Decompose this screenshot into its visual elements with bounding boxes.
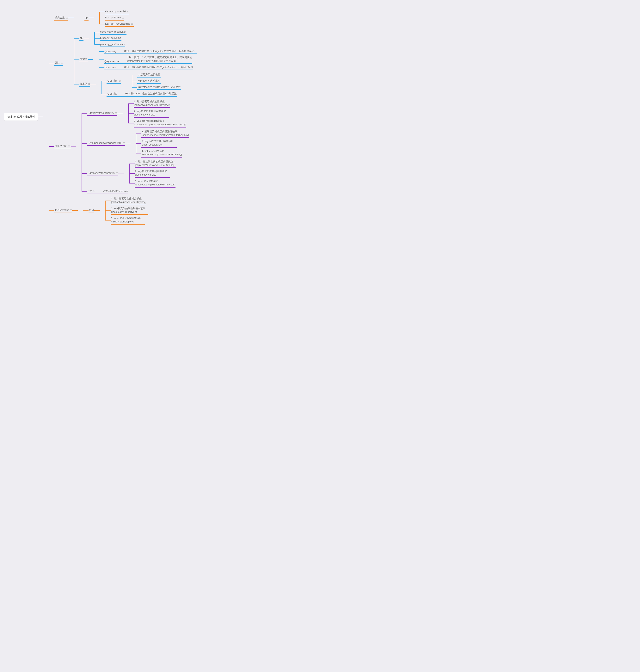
branch-json: JSON转模型 思路 3. 最终是要给实体对象赋值： [self setValu…	[49, 195, 197, 226]
note-icon	[131, 23, 133, 25]
note-icon	[119, 80, 121, 82]
note-icon	[122, 17, 124, 19]
note-icon	[127, 11, 129, 12]
leaf[interactable]: 1. value使用decoder读取： id varValue = [code…	[134, 118, 186, 127]
leaf[interactable]: property_getName	[100, 35, 121, 41]
leaf[interactable]: 3. 最终是要给实体对象赋值： [self setValue:value for…	[111, 196, 146, 205]
leaf[interactable]: 2. key从成员变量列表中读取： class_copyIvarList	[135, 169, 170, 178]
branch-serialize: 快速序列化 – (id)initWithCoder:思路 3. 最终需要给成员变…	[49, 98, 197, 195]
leaf[interactable]: ivar_getName	[105, 15, 125, 20]
note-icon	[66, 17, 68, 19]
leaf[interactable]: class_copyPropertyList	[100, 29, 127, 35]
note-icon	[70, 210, 72, 211]
node-version[interactable]: 版本区别	[79, 81, 90, 87]
branch-property: 属性 api class_copyPropertyList property_g…	[49, 28, 197, 98]
kw-row[interactable]: @dynamic作用：告诉编译器由我们自己生成getter\setter，不然运…	[104, 65, 193, 70]
node-json-idea[interactable]: 思路	[88, 208, 94, 213]
leaf[interactable]: 2. key从成员变量列表中读取： class_copyIvarList	[141, 139, 177, 148]
node-ivar[interactable]: 成员变量	[54, 15, 68, 20]
note-icon	[68, 145, 70, 147]
note-icon	[61, 62, 63, 63]
leaf[interactable]: class_copyIvarList	[105, 9, 129, 14]
mindmap: runtime–成员变量&属性 成员变量 api class_copyIvarL…	[4, 8, 636, 226]
level1: 成员变量 api class_copyIvarList ivar_getName…	[43, 8, 197, 226]
thirdparty[interactable]: 三方库YYModel/MJExtension	[87, 189, 128, 194]
leaf[interactable]: 2. key从实体的属性列表中读取： class_copyPropertyLis…	[111, 206, 148, 215]
root-node[interactable]: runtime–成员变量&属性	[4, 113, 38, 120]
leaf[interactable]: 3. 最终是给新实例的成员变量赋值： [copy setValue:varVal…	[135, 159, 176, 168]
branch-ivar: 成员变量 api class_copyIvarList ivar_getName…	[49, 8, 197, 28]
node-serialize[interactable]: 快速序列化	[54, 144, 71, 149]
leaf[interactable]: 3. 最终需要给成员变量赋值： [self setValue:value for…	[134, 99, 170, 108]
node-ivar-api[interactable]: api	[85, 15, 88, 20]
node-keywords[interactable]: 关键字	[79, 57, 88, 62]
kw-row[interactable]: @property作用：自动生成属性的 setter\getter 方法的声明，…	[104, 49, 197, 54]
leaf[interactable]: ivar_getTypeEncoding	[105, 21, 134, 27]
node-encodecoder[interactable]: – (void)encodeWithCoder:思路	[87, 141, 125, 146]
leaf[interactable]: 2. key从成员变量列表中读取： class_copyIvarList	[134, 109, 169, 118]
node-property[interactable]: 属性	[54, 60, 63, 66]
note-icon	[123, 142, 125, 144]
ios5-post[interactable]: iOS5以后GCC转LLVM，全自动生成成员变量&存取函数	[106, 91, 177, 97]
node-json[interactable]: JSON转模型	[54, 208, 72, 213]
note-icon	[116, 172, 118, 174]
node-copyzone[interactable]: – (id)copyWithZone:思路	[87, 171, 118, 176]
kw-row[interactable]: @synthesize作用：指定一个成员变量，将其绑定到属性上。实现属性的 ge…	[104, 55, 192, 64]
leaf[interactable]: 1. value从JSON字典中读取： value = jsonDic[key]	[111, 216, 145, 225]
leaf[interactable]: @property 声明属性	[137, 78, 161, 84]
leaf[interactable]: property_getAttributes	[100, 42, 125, 47]
node-prop-api[interactable]: api	[79, 35, 84, 41]
leaf[interactable]: @synthesize 手动合成属性与成员变量	[137, 85, 181, 90]
node-ios5-pre[interactable]: iOS5以前	[106, 78, 121, 84]
node-initcoder[interactable]: – (id)initWithCoder:思路	[87, 111, 117, 116]
leaf[interactable]: 大括号声明成员变量	[137, 72, 161, 77]
leaf[interactable]: 1. value从self中读取： id varValue = [self va…	[135, 178, 175, 188]
leaf[interactable]: 1. value从self中读取： id varValue = [self va…	[141, 148, 182, 158]
note-icon	[115, 112, 117, 114]
root-connector	[38, 117, 43, 117]
leaf[interactable]: 3. 最终需要对成员变量进行编码： [coder encodeObject:va…	[141, 129, 189, 138]
